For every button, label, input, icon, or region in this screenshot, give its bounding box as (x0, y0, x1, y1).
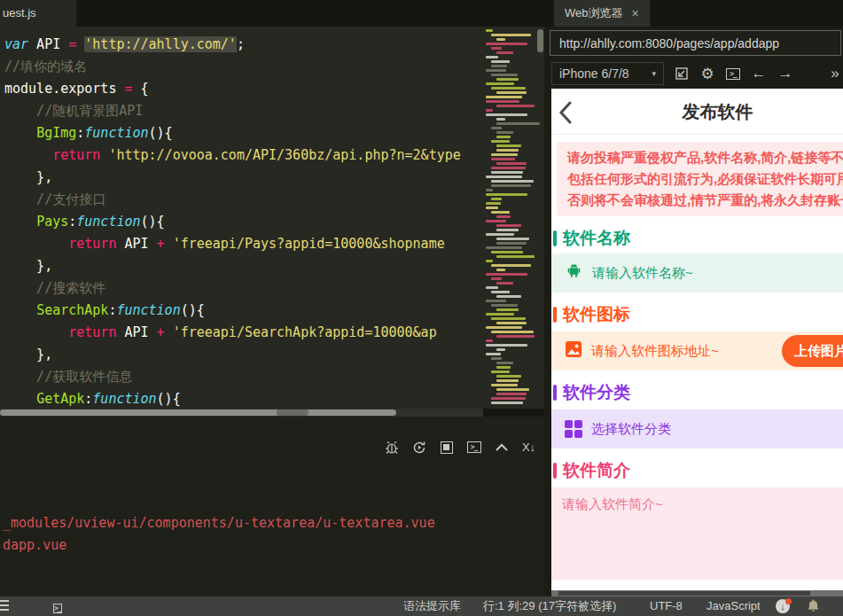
section-intro-title: 软件简介 (553, 459, 843, 482)
app-icon-placeholder: 请输入软件图标地址~ (591, 343, 719, 360)
preview-hscrollbar[interactable] (551, 590, 843, 597)
cursor-position[interactable]: 行:1 列:29 (17字符被选择) (483, 597, 616, 616)
chevron-down-icon: ▾ (652, 63, 656, 84)
device-select-value: iPhone 6/7/8 (559, 63, 629, 84)
code-line: Pays:function(){ (4, 211, 483, 233)
grid-icon (565, 420, 582, 438)
editor-panel: uest.js var API = 'http://ahlly.com/';//… (0, 0, 544, 597)
code-line: BgImg:function(){ (4, 122, 483, 144)
section-icon-title: 软件图标 (553, 303, 843, 326)
phone-page: 发布软件 请勿投稿严重侵权产品,软件名称,简介,链接等不得包括任何形式的引流行为… (551, 89, 843, 590)
terminal-add-icon[interactable]: >_ (466, 440, 481, 455)
menu-icon[interactable] (0, 600, 11, 612)
code-line: //填你的域名 (4, 56, 483, 78)
console-line: _modules/uview-ui/components/u-textarea/… (3, 512, 435, 534)
clear-icon[interactable]: X↓ (521, 440, 536, 455)
android-icon (565, 262, 583, 285)
settings-gear-icon[interactable]: ⚙ (697, 62, 718, 85)
collapse-icon[interactable] (494, 440, 509, 455)
code-line: }, (4, 344, 483, 366)
editor-tabbar: uest.js (0, 0, 544, 27)
category-select[interactable]: 选择软件分类 (551, 409, 843, 448)
section-bar (553, 230, 557, 246)
language-status[interactable]: JavaScript (706, 597, 761, 616)
app-name-placeholder: 请输入软件名称~ (592, 265, 693, 282)
editor-tab-request-js[interactable]: uest.js (0, 0, 76, 27)
warning-banner: 请勿投稿严重侵权产品,软件名称,简介,链接等不得包括任何形式的引流行为,必须保证… (557, 142, 843, 216)
editor-hscrollbar-track[interactable] (0, 409, 483, 417)
code-line: }, (4, 255, 483, 277)
app-icon-input[interactable]: 请输入软件图标地址~ 上传图片 (551, 331, 843, 370)
code-editor[interactable]: var API = 'http://ahlly.com/';//填你的域名mod… (0, 27, 544, 409)
url-input[interactable] (550, 30, 841, 56)
section-bar (553, 385, 557, 401)
status-bar: >_ 语法提示库 行:1 列:29 (17字符被选择) UTF-8 JavaSc… (0, 597, 843, 616)
code-line: //随机背景图API (4, 100, 483, 122)
code-line: GetApk:function(){ (4, 388, 483, 409)
code-area[interactable]: var API = 'http://ahlly.com/';//填你的域名mod… (0, 27, 483, 409)
back-chevron-icon[interactable] (558, 101, 580, 122)
upload-image-button[interactable]: 上传图片 (782, 335, 843, 367)
bell-icon[interactable] (807, 598, 820, 616)
url-bar (544, 27, 843, 58)
section-bar (553, 463, 557, 479)
hbuilderx-window: uest.js var API = 'http://ahlly.com/';//… (0, 0, 843, 616)
console-output[interactable]: _modules/uview-ui/components/u-textarea/… (3, 512, 435, 557)
syntax-lib-status[interactable]: 语法提示库 (403, 597, 461, 616)
browser-panel: Web浏览器 × iPhone 6/7/8 ▾ ⚙ >_ ← → » (544, 0, 843, 597)
editor-vscrollbar[interactable] (537, 29, 543, 52)
code-line: SearchApk:function(){ (4, 300, 483, 322)
code-line: return API + 'freeapi/SearchApk?appid=10… (4, 322, 483, 344)
intro-placeholder: 请输入软件简介~ (562, 496, 663, 511)
code-line: }, (4, 167, 483, 189)
code-line: //搜索软件 (4, 277, 483, 300)
code-line: return API + 'freeapi/Pays?appid=10000&s… (4, 233, 483, 255)
page-title: 发布软件 (551, 89, 843, 135)
close-icon[interactable]: × (632, 0, 639, 27)
console-line: dapp.vue (3, 534, 435, 557)
intro-textarea[interactable]: 请输入软件简介~ (551, 487, 843, 580)
page-header: 发布软件 (551, 89, 843, 135)
image-icon (565, 340, 582, 362)
open-external-icon[interactable] (671, 62, 692, 85)
restart-icon[interactable] (411, 440, 426, 455)
editor-hscrollbar-thumb[interactable] (0, 409, 396, 416)
minimap[interactable] (483, 27, 542, 409)
category-value: 选择软件分类 (591, 421, 671, 438)
preview-hscrollbar-thumb[interactable] (558, 591, 810, 596)
browser-tab-label: Web浏览器 (565, 0, 623, 27)
console-panel: >_ X↓ _modules/uview-ui/components/u-tex… (0, 417, 544, 597)
back-arrow-icon[interactable]: ← (748, 62, 769, 85)
section-name-title: 软件名称 (553, 227, 843, 250)
overflow-chevrons-icon[interactable]: » (824, 62, 843, 85)
code-line: //支付接口 (4, 189, 483, 211)
terminal-icon[interactable]: >_ (53, 600, 62, 613)
browser-tabbar: Web浏览器 × (544, 0, 843, 27)
app-name-input[interactable]: 请输入软件名称~ (551, 253, 843, 292)
browser-toolbar: iPhone 6/7/8 ▾ ⚙ >_ ← → » (544, 58, 843, 89)
section-category-title: 软件分类 (553, 381, 843, 404)
terminal-icon[interactable]: >_ (722, 62, 744, 85)
editor-tab-label: uest.js (3, 6, 36, 19)
forward-arrow-icon[interactable]: → (775, 62, 796, 85)
browser-tab[interactable]: Web浏览器 × (554, 0, 650, 27)
code-line: module.exports = { (4, 78, 483, 100)
stop-icon[interactable] (439, 440, 454, 455)
debug-icon[interactable] (384, 440, 399, 455)
code-line: //获取软件信息 (4, 366, 483, 388)
mobile-preview: 发布软件 请勿投稿严重侵权产品,软件名称,简介,链接等不得包括任何形式的引流行为… (551, 89, 843, 590)
editor-hscrollbar-notch (277, 409, 308, 416)
device-select[interactable]: iPhone 6/7/8 ▾ (551, 62, 664, 85)
encoding-status[interactable]: UTF-8 (650, 597, 683, 616)
section-bar (553, 307, 557, 323)
code-line: return 'http://ovooa.com/API/360bz/api.p… (4, 144, 483, 167)
code-line: var API = 'http://ahlly.com/'; (4, 34, 483, 56)
console-toolbar: >_ X↓ (384, 440, 536, 455)
update-badge (785, 598, 792, 604)
